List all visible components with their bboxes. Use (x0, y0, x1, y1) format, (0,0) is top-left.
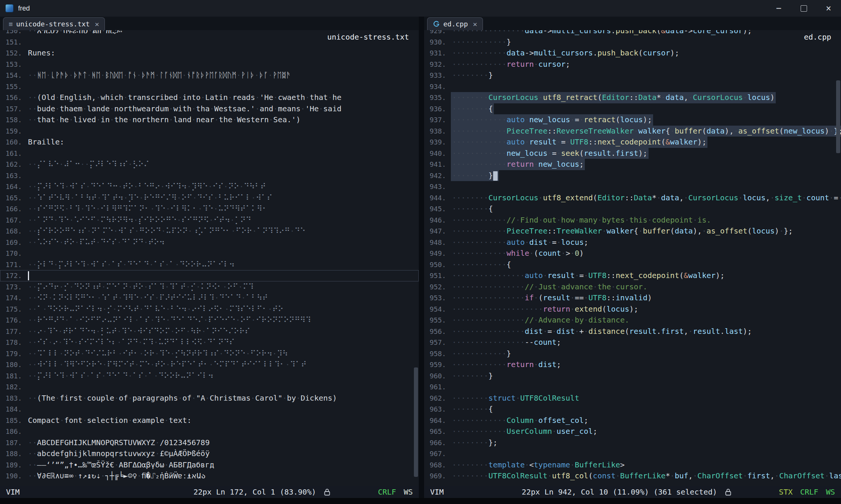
editor-line[interactable]: 157.··bude·thaem·lande·northweardum·with… (0, 103, 419, 115)
editor-line[interactable]: 930.············} (424, 37, 841, 48)
line-number[interactable]: 943. (424, 181, 449, 192)
line-number[interactable]: 929. (424, 30, 449, 37)
line-number[interactable]: 160. (0, 137, 25, 148)
editor-line[interactable]: 958.············} (424, 348, 841, 360)
line-number[interactable]: 952. (424, 281, 449, 293)
editor-line[interactable]: 182. (0, 381, 419, 393)
line-number[interactable]: 961. (424, 381, 449, 393)
editor-line[interactable]: 181.··⡍⠜⠇⠑⠹·⠺⠁⠎·⠁⠎·⠙⠑⠁⠙·⠁⠎·⠁·⠙⠕⠕⠗⠤⠝⠁⠊⠇⠲ (0, 370, 419, 382)
editor-line[interactable]: 173.··⡍⠔⠙⠖·⡊·⠙⠕⠝⠰⠞·⠍⠑⠁⠝·⠞⠕·⠎⠁⠹·⠹⠁⠞·⡊·⠅⠝⠪… (0, 281, 419, 293)
editor-line[interactable]: 950.············{ (424, 259, 841, 270)
pane-divider[interactable] (419, 17, 424, 498)
editor-line[interactable]: 946.············//·Find·out·how·many·byt… (424, 215, 841, 226)
editor-line[interactable]: 964.············Column·offset_col; (424, 415, 841, 426)
line-number[interactable]: 170. (0, 248, 25, 259)
line-number[interactable]: 154. (0, 70, 25, 81)
editor-line[interactable]: 172. (0, 270, 419, 281)
editor-line[interactable]: 169.··⠡⠕⠎⠑·⠞⠕·⠏⠥⠞·⠙⠊⠎·⠙⠁⠝⠙·⠞⠕⠲ (0, 237, 419, 248)
editor-line[interactable]: 189.··–—‘’“”„†•…‰™œŠŸž€·ΑΒΓΔΩαβγδω·АБВГД… (0, 459, 419, 471)
editor-line[interactable]: 179.··⠩⠁⠇⠇·⠝⠕⠞·⠙⠊⠌⠥⠗⠃·⠊⠞⠂·⠕⠗·⠹⠑·⡊⠳⠝⠞⠗⠹⠰⠎… (0, 348, 419, 360)
line-number[interactable]: 936. (424, 103, 449, 115)
editor-line[interactable]: 966.········}; (424, 437, 841, 449)
line-number[interactable]: 161. (0, 148, 25, 159)
tab-ed-cpp[interactable]: ed.cpp × (427, 17, 483, 30)
line-number[interactable]: 968. (424, 459, 449, 471)
line-number[interactable]: 174. (0, 292, 25, 304)
editor-line[interactable]: 956.················dist·=·dist·+·distan… (424, 326, 841, 337)
minimize-button[interactable]: − (766, 0, 791, 17)
line-number[interactable]: 948. (424, 237, 449, 248)
tab-close-icon[interactable]: × (95, 20, 99, 28)
line-number[interactable]: 151. (0, 37, 25, 48)
editor-line[interactable]: 174.··⠪⠝·⠅⠝⠪⠇⠫⠛⠑⠂·⠱⠁⠞·⠹⠻⠑·⠊⠎·⠏⠜⠞⠊⠊⠥⠇⠜⠇⠹·… (0, 292, 419, 304)
editor-line[interactable]: 163. (0, 170, 419, 181)
line-number[interactable]: 181. (0, 370, 25, 382)
status-badge-stx[interactable]: STX (779, 487, 793, 496)
editor-line[interactable]: 967. (424, 448, 841, 459)
editor-line[interactable]: 184. (0, 404, 419, 415)
editor-line[interactable]: 180.··⠺⠊⠇⠇·⠹⠻⠑⠋⠕⠗⠑·⠏⠻⠍⠊⠞·⠍⠑·⠞⠕·⠗⠑⠏⠑⠁⠞⠂·⠑… (0, 359, 419, 370)
line-number[interactable]: 947. (424, 226, 449, 237)
editor-line[interactable]: 152.Runes: (0, 48, 419, 59)
line-number[interactable]: 176. (0, 315, 25, 326)
editor-line[interactable]: 168.··⡎⠊⠗⠕⠕⠛⠑⠰⠎·⠝⠁⠍⠑·⠺⠁⠎·⠛⠕⠕⠙·⠥⠏⠕⠝·⠰⡡⠁⠝⠛… (0, 226, 419, 237)
editor-line[interactable]: 186. (0, 426, 419, 437)
line-number[interactable]: 930. (424, 37, 449, 48)
editor-line[interactable]: 175.··⠁·⠙⠕⠕⠗⠤⠝⠁⠊⠇⠲·⡊·⠍⠊⠣⠞·⠙⠁⠧⠑·⠃⠑⠲·⠔⠊⠇⠔⠫… (0, 304, 419, 315)
left-scrollbar-thumb[interactable] (414, 367, 418, 477)
line-number[interactable]: 957. (424, 337, 449, 348)
line-number[interactable]: 934. (424, 81, 449, 92)
editor-line[interactable]: 170. (0, 248, 419, 259)
line-number[interactable]: 158. (0, 114, 25, 126)
editor-line[interactable]: 951.················auto·result·=·UTF8::… (424, 270, 841, 281)
line-number[interactable]: 938. (424, 126, 449, 137)
editor-line[interactable]: 957.················--count; (424, 337, 841, 348)
status-badge-crlf[interactable]: CRLF (378, 487, 396, 496)
editor-line[interactable]: 164.··⡍⠜⠇⠑⠹·⠺⠁⠎·⠙⠑⠁⠙⠒·⠞⠕·⠃⠑⠛⠔·⠺⠊⠹⠲·⡹⠻⠑·⠊… (0, 181, 419, 192)
line-number[interactable]: 960. (424, 370, 449, 382)
line-number[interactable]: 165. (0, 192, 25, 204)
editor-line[interactable]: 933.········} (424, 70, 841, 81)
line-number[interactable]: 155. (0, 81, 25, 92)
editor-line[interactable]: 952.················//·Just·advance·the·… (424, 281, 841, 293)
editor-line[interactable]: 934. (424, 81, 841, 92)
editor-line[interactable]: 935.········CursorLocus·utf8_retract(Edi… (424, 92, 841, 103)
editor-line[interactable]: 171.··⡕⠇⠙·⡍⠜⠇⠑⠹·⠺⠁⠎·⠁⠎·⠙⠑⠁⠙·⠁⠎·⠁·⠙⠕⠕⠗⠤⠝⠁… (0, 259, 419, 270)
line-number[interactable]: 152. (0, 48, 25, 59)
editor-line[interactable]: 161. (0, 148, 419, 159)
line-number[interactable]: 955. (424, 315, 449, 326)
tab-close-icon[interactable]: × (473, 20, 477, 28)
line-number[interactable]: 946. (424, 215, 449, 226)
editor-line[interactable]: 165.··⠱⠁⠞⠑⠧⠻·⠁⠃⠳⠞·⠹⠁⠞⠲·⡹⠑·⠗⠑⠛⠊⠌⠻·⠕⠋·⠙⠊⠎·… (0, 192, 419, 204)
editor-line[interactable]: 153. (0, 59, 419, 70)
editor-line[interactable]: 959.············return·dist; (424, 359, 841, 370)
line-number[interactable]: 185. (0, 415, 25, 426)
line-number[interactable]: 953. (424, 292, 449, 304)
line-number[interactable]: 150. (0, 30, 25, 37)
editor-line[interactable]: 962.········struct·UTF8ColResult (424, 393, 841, 404)
editor-line[interactable]: 960.········} (424, 370, 841, 382)
titlebar[interactable]: fred − × (0, 0, 841, 17)
right-scrollbar-thumb[interactable] (836, 80, 840, 153)
line-number[interactable]: 157. (0, 103, 25, 115)
editor-line[interactable]: 947.············PieceTree::TreeWalker·wa… (424, 226, 841, 237)
line-number[interactable]: 958. (424, 348, 449, 360)
line-number[interactable]: 942. (424, 170, 449, 181)
line-number[interactable]: 169. (0, 237, 25, 248)
line-number[interactable]: 954. (424, 304, 449, 315)
line-number[interactable]: 939. (424, 137, 449, 148)
editor-line[interactable]: 940.············new_locus·=·seek(result.… (424, 148, 841, 159)
line-number[interactable]: 949. (424, 248, 449, 259)
line-number[interactable]: 167. (0, 215, 25, 226)
status-badge-ws[interactable]: WS (404, 487, 413, 496)
editor-line[interactable]: 961. (424, 381, 841, 393)
editor-line[interactable]: 936.········{ (424, 103, 841, 115)
editor-line[interactable]: 185.Compact·font·selection·example·text: (0, 415, 419, 426)
lock-icon[interactable] (725, 488, 732, 496)
right-editor-viewport[interactable]: 929.················data->multi_cursors.… (424, 30, 841, 486)
line-number[interactable]: 171. (0, 259, 25, 270)
line-number[interactable]: 188. (0, 448, 25, 459)
maximize-button[interactable] (791, 0, 816, 17)
line-number[interactable]: 166. (0, 203, 25, 215)
editor-line[interactable]: 187.··ABCDEFGHIJKLMNOPQRSTUVWXYZ·/012345… (0, 437, 419, 449)
